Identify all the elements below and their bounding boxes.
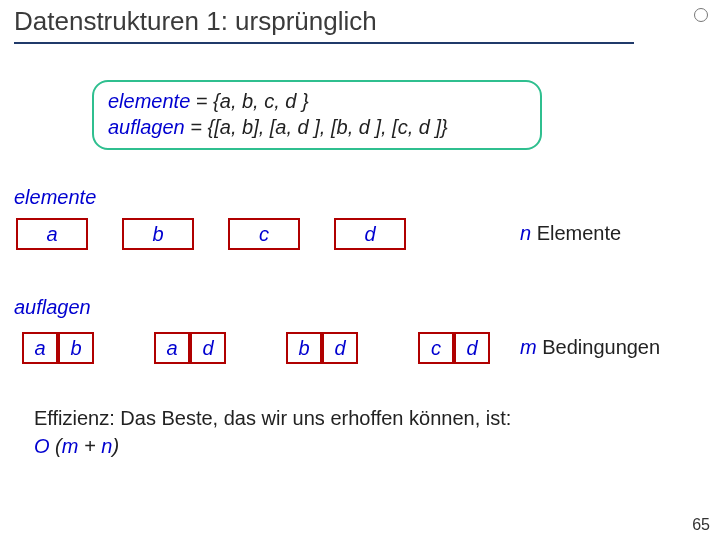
auflagen-pair1-b: b <box>58 332 94 364</box>
decorative-corner-icon <box>694 8 708 22</box>
elemente-box-a: a <box>16 218 88 250</box>
spec-auflagen-body: = {[a, b], [a, d ], [b, d ], [c, d ]} <box>185 116 448 138</box>
title-underline <box>14 42 634 44</box>
n-elemente-text: Elemente <box>531 222 621 244</box>
page-number: 65 <box>692 516 710 534</box>
elemente-box-b: b <box>122 218 194 250</box>
spec-auflagen-kw: auflagen <box>108 116 185 138</box>
close-paren: ) <box>112 435 119 457</box>
auflagen-pair2-a: a <box>154 332 190 364</box>
eff-n: n <box>101 435 112 457</box>
m-variable: m <box>520 336 537 358</box>
elemente-box-c: c <box>228 218 300 250</box>
eff-m: m <box>62 435 79 457</box>
m-bedingungen-label: m Bedingungen <box>520 336 660 359</box>
eff-plus: + <box>78 435 101 457</box>
auflagen-pair4-b: d <box>454 332 490 364</box>
efficiency-lead: Effizienz: Das Beste, das wir uns erhoff… <box>34 407 511 429</box>
auflagen-pair4-a: c <box>418 332 454 364</box>
spec-auflagen-line: auflagen = {[a, b], [a, d ], [b, d ], [c… <box>108 114 526 140</box>
auflagen-pair2-b: d <box>190 332 226 364</box>
n-elemente-label: n Elemente <box>520 222 621 245</box>
auflagen-pair1-a: a <box>22 332 58 364</box>
spec-elemente-body: = {a, b, c, d } <box>190 90 308 112</box>
n-variable: n <box>520 222 531 244</box>
label-auflagen: auflagen <box>14 296 91 319</box>
open-paren: ( <box>50 435 62 457</box>
elemente-box-d: d <box>334 218 406 250</box>
auflagen-pair3-b: d <box>322 332 358 364</box>
label-elemente: elemente <box>14 186 96 209</box>
big-o: O <box>34 435 50 457</box>
efficiency-statement: Effizienz: Das Beste, das wir uns erhoff… <box>34 404 660 460</box>
slide-title: Datenstrukturen 1: ursprünglich <box>14 6 377 37</box>
spec-elemente-line: elemente = {a, b, c, d } <box>108 88 526 114</box>
spec-box: elemente = {a, b, c, d } auflagen = {[a,… <box>92 80 542 150</box>
spec-elemente-kw: elemente <box>108 90 190 112</box>
auflagen-pair3-a: b <box>286 332 322 364</box>
m-bedingungen-text: Bedingungen <box>537 336 660 358</box>
